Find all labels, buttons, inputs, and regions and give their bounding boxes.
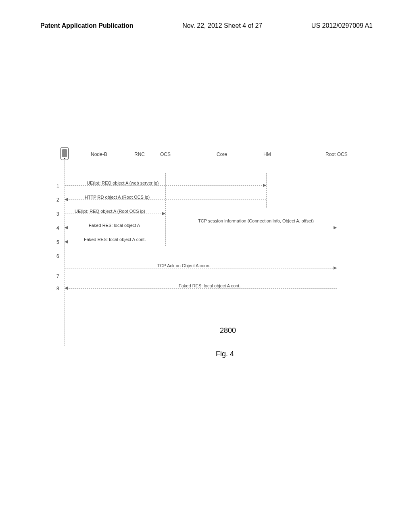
arrow-5 [65, 242, 165, 242]
step-number-7: 7 [56, 274, 59, 279]
reference-number: 2800 [220, 326, 236, 335]
message-8: Faked RES: local object A cont. [179, 283, 240, 288]
arrow-3 [65, 214, 165, 214]
message-2: HTTP RD object A (Root OCS ip) [85, 195, 150, 200]
lifeline-hm [266, 173, 267, 208]
arrow-head-tcp [334, 226, 337, 229]
step-number-6: 6 [56, 254, 59, 259]
arrow-head-8 [65, 287, 68, 290]
lifeline-ue [65, 160, 65, 346]
step-number-5: 5 [56, 239, 59, 245]
arrow-head-2 [65, 198, 68, 201]
lifeline-ocs [165, 173, 166, 246]
participant-hm: HM [263, 152, 271, 157]
arrow-head-3 [162, 212, 165, 215]
arrow-1 [65, 185, 266, 186]
message-5: Faked RES: local object A cont. [84, 237, 146, 242]
arrow-8 [65, 288, 337, 289]
arrow-head-1 [263, 184, 266, 187]
arrow-head-5 [65, 240, 68, 243]
arrow-2 [65, 200, 266, 200]
step-number-3: 3 [56, 211, 59, 217]
arrow-head-4 [65, 226, 68, 229]
step-number-4: 4 [56, 225, 59, 231]
step-number-8: 8 [56, 286, 59, 291]
arrow-head-tcp-ack [334, 266, 337, 270]
message-tcp-session: TCP session information (Connection info… [176, 218, 336, 223]
message-1: UE(ip): REQ object A (web server ip) [87, 181, 159, 185]
participant-rnc: RNC [134, 152, 145, 157]
participant-core: Core [217, 152, 227, 157]
participant-node-b: Node-B [91, 152, 107, 157]
header-left: Patent Application Publication [40, 22, 133, 29]
message-tcp-ack: TCP Ack on Object A conn. [157, 263, 211, 268]
arrow-tcp-session [165, 228, 337, 228]
message-4: Faked RES: local object A [89, 223, 140, 228]
phone-icon [60, 147, 69, 160]
header-center: Nov. 22, 2012 Sheet 4 of 27 [182, 22, 262, 29]
sequence-diagram: Node-B RNC OCS Core HM Root OCS 1 UE(ip)… [63, 149, 353, 351]
header-right: US 2012/0297009 A1 [311, 22, 373, 29]
participant-ocs: OCS [160, 152, 171, 157]
page-header: Patent Application Publication Nov. 22, … [0, 22, 413, 29]
lifeline-root-ocs [337, 173, 337, 346]
step-number-1: 1 [56, 183, 59, 189]
tcp-session-text: TCP session information (Connection info… [198, 218, 314, 223]
message-3: UE(ip): REQ object A (Root OCS ip) [75, 209, 145, 214]
arrow-tcp-ack [65, 268, 337, 268]
participant-root-ocs: Root OCS [325, 152, 348, 157]
arrow-4 [65, 228, 165, 228]
step-number-2: 2 [56, 197, 59, 203]
figure-caption: Fig. 4 [216, 350, 234, 358]
